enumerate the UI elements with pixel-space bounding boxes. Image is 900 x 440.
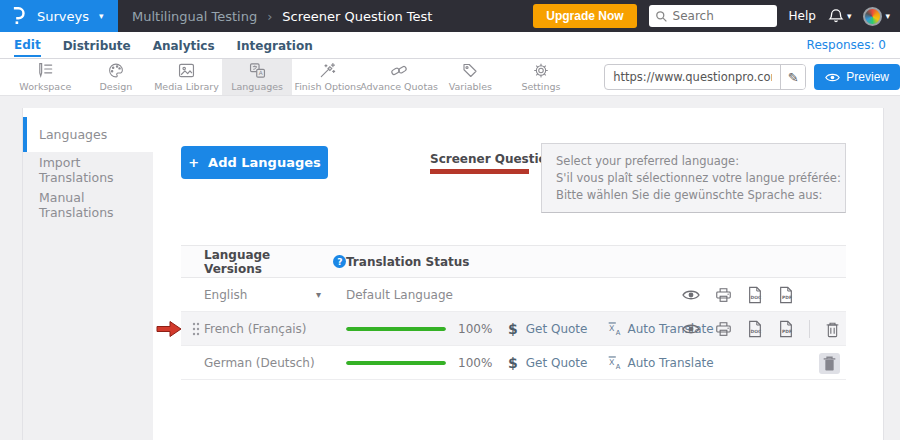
screener-line-german: Bitte wählen Sie die gewünschte Sprache …	[556, 188, 831, 202]
print-button[interactable]	[715, 287, 732, 303]
translation-progress-bar	[346, 361, 446, 365]
search-input[interactable]	[673, 9, 763, 23]
tab-distribute[interactable]: Distribute	[63, 35, 131, 56]
languages-main: + Add Languages Screener Question : Sele…	[153, 108, 884, 440]
delete-language-button[interactable]	[825, 321, 840, 338]
red-arrow-annotation	[156, 320, 182, 338]
dollar-icon: $	[508, 355, 518, 371]
add-languages-button[interactable]: + Add Languages	[181, 146, 328, 179]
questionpro-logo	[10, 6, 27, 26]
toolbar-label: Workspace	[19, 81, 71, 92]
toolbar-item-settings[interactable]: Settings	[506, 59, 577, 95]
toolbar-item-finish-options[interactable]: Finish Options	[292, 59, 363, 95]
breadcrumb-parent[interactable]: Multilingual Testing	[132, 9, 257, 24]
survey-url-input[interactable]	[605, 70, 780, 84]
tab-analytics[interactable]: Analytics	[153, 35, 215, 56]
toolbar-label: Media Library	[154, 81, 219, 92]
red-underline-annotation	[430, 169, 529, 174]
avatar	[863, 7, 882, 26]
screener-line-french: S'il vous plaît sélectionnez votre langu…	[556, 171, 831, 185]
bell-icon	[828, 8, 844, 24]
sidebar-item-label: Languages	[39, 127, 107, 142]
survey-url-field: ✎	[604, 64, 806, 90]
svg-text:PDF: PDF	[782, 329, 792, 334]
pdf-file-button[interactable]: PDF	[778, 286, 794, 304]
languages-panel: Languages Import Translations Manual Tra…	[22, 108, 884, 440]
screener-question-preview: Select your preferred language: S'il vou…	[541, 143, 846, 213]
translate-xa-icon: X A	[607, 321, 623, 336]
toolbar-label: Advance Quotas	[360, 81, 438, 92]
responses-count[interactable]: Responses: 0	[807, 38, 886, 52]
svg-text:DOC: DOC	[751, 329, 762, 334]
breadcrumb: Multilingual Testing › Screener Question…	[132, 9, 432, 24]
doc-file-button[interactable]: DOC	[747, 320, 763, 338]
toolbar-item-advance-quotas[interactable]: Advance Quotas	[363, 59, 435, 95]
magic-wand-icon	[318, 62, 337, 79]
sidebar-item-languages[interactable]: Languages	[23, 117, 153, 152]
edit-url-button[interactable]: ✎	[780, 64, 805, 90]
svg-text:X: X	[610, 358, 616, 367]
toolbar-item-design[interactable]: Design	[81, 59, 152, 95]
screener-line-english: Select your preferred language:	[556, 154, 831, 168]
toolbar-item-variables[interactable]: Variables	[435, 59, 506, 95]
languages-sidebar: Languages Import Translations Manual Tra…	[23, 108, 153, 440]
account-menu[interactable]: ▾	[863, 7, 890, 26]
pdf-file-button[interactable]: PDF	[778, 320, 794, 338]
doc-file-button[interactable]: DOC	[747, 286, 763, 304]
print-button[interactable]	[715, 321, 732, 337]
get-quote-link[interactable]: Get Quote	[526, 356, 588, 370]
language-name: English	[204, 288, 247, 302]
table-row-english: English ▾ Default Language DOC	[181, 278, 846, 312]
plus-icon: +	[188, 155, 199, 170]
tab-edit[interactable]: Edit	[14, 34, 41, 57]
toolbar-label: Settings	[521, 81, 560, 92]
chevron-down-icon[interactable]: ▾	[316, 289, 321, 300]
trash-icon	[825, 321, 840, 338]
sidebar-item-label: Manual Translations	[39, 190, 153, 220]
toolbar-label: Design	[100, 81, 133, 92]
delete-language-button[interactable]	[819, 353, 840, 374]
trash-icon	[822, 355, 837, 372]
progress-percent: 100%	[458, 356, 494, 370]
preview-button[interactable]: Preview	[814, 64, 900, 90]
toolbar-item-media-library[interactable]: Media Library	[151, 59, 222, 95]
image-icon	[177, 62, 196, 79]
pencil-icon: ✎	[788, 70, 799, 85]
tab-integration[interactable]: Integration	[237, 35, 313, 56]
toolbar-item-workspace[interactable]: Workspace	[10, 59, 81, 95]
toolbar-label: Variables	[449, 81, 492, 92]
get-quote-link[interactable]: Get Quote	[526, 322, 588, 336]
search-box[interactable]	[649, 5, 777, 27]
breadcrumb-separator: ›	[267, 9, 272, 24]
breadcrumb-current: Screener Question Test	[282, 9, 432, 24]
toolbar-item-languages[interactable]: A Languages	[222, 59, 293, 95]
preview-eye-button[interactable]	[682, 289, 700, 301]
svg-text:A: A	[616, 329, 621, 336]
upgrade-now-button[interactable]: Upgrade Now	[533, 4, 636, 28]
sidebar-item-manual-translations[interactable]: Manual Translations	[23, 187, 153, 222]
sidebar-item-import-translations[interactable]: Import Translations	[23, 152, 153, 187]
tag-icon	[461, 62, 479, 79]
translate-xa-icon: X A	[607, 355, 623, 370]
language-name: French (Français)	[204, 322, 307, 336]
svg-text:A: A	[616, 363, 621, 370]
dollar-icon: $	[508, 321, 518, 337]
gear-icon	[532, 62, 550, 79]
survey-nav-tabs: Edit Distribute Analytics Integration Re…	[0, 32, 900, 59]
help-question-icon[interactable]: ?	[333, 255, 346, 268]
search-icon	[655, 10, 668, 23]
table-row-french: French (Français) 100% $ Get Quote X A A…	[181, 312, 846, 346]
header-translation-status: Translation Status	[346, 255, 470, 269]
table-header: Language Versions ? Translation Status	[181, 245, 846, 278]
table-row-german: German (Deutsch) 100% $ Get Quote X A Au…	[181, 346, 846, 380]
chevron-down-icon: ▾	[99, 11, 104, 21]
language-versions-table: Language Versions ? Translation Status E…	[181, 245, 846, 380]
surveys-menu[interactable]: Surveys ▾	[0, 0, 118, 32]
default-language-label: Default Language	[346, 288, 453, 302]
header-language-versions: Language Versions	[204, 248, 327, 276]
help-link[interactable]: Help	[789, 9, 816, 23]
chevron-down-icon: ▾	[885, 11, 890, 21]
notifications-menu[interactable]: ▾	[828, 8, 852, 24]
preview-eye-button[interactable]	[682, 323, 700, 335]
chevron-down-icon: ▾	[847, 11, 852, 21]
